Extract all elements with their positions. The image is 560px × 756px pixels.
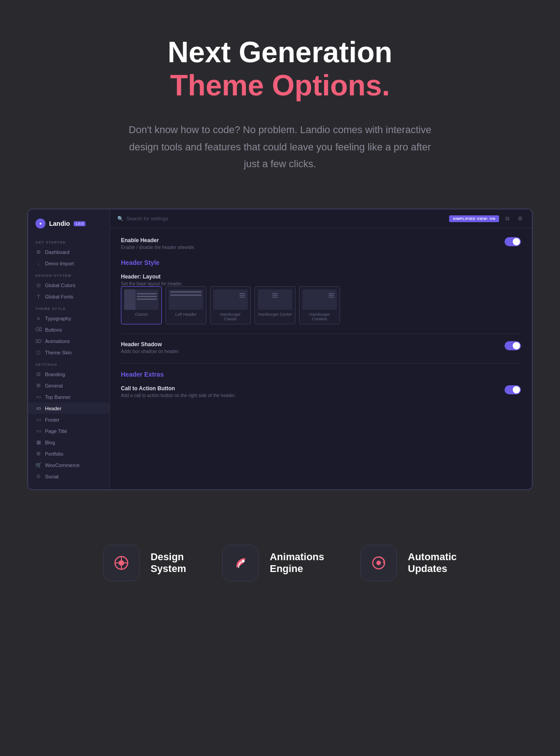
sidebar-item-label: Global Fonts	[45, 294, 73, 299]
feature-title-automatic: Automatic	[408, 551, 457, 563]
header-style-title: Header Style	[121, 259, 521, 266]
animations-icon: 3D	[35, 338, 41, 344]
feature-automatic-updates: Automatic Updates	[360, 545, 457, 581]
feature-design-system: Design System	[103, 545, 186, 581]
cta-button-row: Call to Action Button Add a call to acti…	[121, 385, 521, 398]
sidebar: ✦ Landio 1.0.0 GET STARTED ⊞ Dashboard ↓…	[28, 209, 110, 489]
header-shadow-row: Header Shadow Adds box shadow on header.	[121, 341, 521, 354]
sidebar-item-portfolio[interactable]: ⊞ Portfolio	[28, 448, 110, 459]
svg-point-6	[242, 560, 245, 562]
dashboard-icon: ⊞	[35, 249, 41, 255]
search-bar[interactable]: 🔍 Search for settings	[117, 216, 444, 222]
theme-skin-icon: ◻	[35, 349, 41, 355]
layout-option-hamburger-classic[interactable]: Hamburger Classic	[210, 286, 251, 324]
sidebar-item-label: Dashboard	[45, 249, 70, 255]
section-label-settings: SETTINGS	[28, 358, 110, 368]
logo-text: Landio	[49, 220, 70, 227]
enable-header-toggle[interactable]	[505, 237, 521, 246]
feature-design-system-text: Design System	[150, 551, 186, 575]
sidebar-item-social[interactable]: ⊙ Social	[28, 471, 110, 482]
hero-description: Don't know how to code? No problem. Land…	[121, 121, 439, 172]
sidebar-item-dashboard[interactable]: ⊞ Dashboard	[28, 246, 110, 258]
header-shadow-label: Header Shadow	[121, 341, 180, 348]
hero-title-pink: Theme Options.	[91, 68, 469, 103]
blog-icon: ▦	[35, 439, 41, 445]
cta-button-toggle[interactable]	[505, 385, 521, 394]
layout-option-label: Hamburger Center	[258, 312, 292, 317]
app-frame: ✦ Landio 1.0.0 GET STARTED ⊞ Dashboard ↓…	[27, 209, 533, 490]
divider-2	[121, 363, 521, 363]
settings-icon[interactable]: ⚙	[515, 214, 525, 223]
enable-header-row: Enable Header Enable / disable the heade…	[121, 237, 521, 250]
search-placeholder: Search for settings	[126, 216, 168, 221]
top-bar-right: SIMPLIFIED VIEW: ON ⧉ ⚙	[449, 214, 525, 223]
sidebar-item-global-fonts[interactable]: T Global Fonts	[28, 291, 110, 302]
header-icon: ▭	[35, 405, 41, 411]
header-layout-section: Header: Layout Set the base layout for h…	[121, 274, 521, 286]
global-fonts-icon: T	[35, 293, 41, 299]
enable-header-label: Enable Header	[121, 237, 195, 244]
general-icon: ⊞	[35, 383, 41, 388]
global-colors-icon: ◎	[35, 282, 41, 288]
sidebar-item-label: Footer	[45, 417, 60, 423]
animations-icon-box	[222, 545, 259, 581]
sidebar-item-label: Blog	[45, 440, 55, 445]
design-system-icon-box	[103, 545, 140, 581]
enable-header-desc: Enable / disable the header sitewide.	[121, 245, 195, 250]
sidebar-item-label: Global Colors	[45, 283, 75, 288]
sidebar-item-blog[interactable]: ▦ Blog	[28, 437, 110, 448]
sidebar-item-footer[interactable]: ▭ Footer	[28, 414, 110, 425]
sidebar-item-label: WooCommerce	[45, 463, 80, 468]
layout-option-label: Left Header	[169, 312, 203, 317]
top-banner-icon: ▭	[35, 394, 41, 400]
updates-icon-box	[360, 545, 397, 581]
layout-option-label: Hamburger Creative	[302, 312, 337, 321]
header-shadow-info: Header Shadow Adds box shadow on header.	[121, 341, 180, 354]
header-shadow-toggle[interactable]	[505, 341, 521, 350]
sidebar-item-global-colors[interactable]: ◎ Global Colors	[28, 279, 110, 291]
sidebar-item-label: Demo Import	[45, 261, 74, 266]
layout-option-hamburger-creative[interactable]: Hamburger Creative	[299, 286, 340, 324]
sidebar-item-label: Social	[45, 474, 59, 479]
layout-option-label: Classic	[124, 312, 159, 317]
copy-icon[interactable]: ⧉	[503, 214, 512, 223]
sidebar-item-buttons[interactable]: ⌫ Buttons	[28, 324, 110, 335]
features-section: Design System Animations Engine	[0, 517, 560, 617]
feature-updates-text: Automatic Updates	[408, 551, 457, 575]
layout-option-classic[interactable]: Classic	[121, 286, 162, 324]
feature-title-design: Design	[150, 551, 186, 563]
sidebar-item-label: Buttons	[45, 327, 62, 333]
header-extras-title: Header Extras	[121, 371, 521, 378]
search-icon: 🔍	[117, 216, 124, 222]
woocommerce-icon: 🛒	[35, 462, 41, 468]
layout-option-left-header[interactable]: Left Header	[165, 286, 206, 324]
sidebar-item-branding[interactable]: ⊟ Branding	[28, 368, 110, 380]
layout-preview-hamburger-creative	[302, 289, 337, 310]
content-area: Enable Header Enable / disable the heade…	[110, 228, 532, 489]
divider-1	[121, 333, 521, 334]
simplified-view-badge[interactable]: SIMPLIFIED VIEW: ON	[449, 215, 499, 222]
sidebar-item-label: Portfolio	[45, 451, 63, 457]
sidebar-item-animations[interactable]: 3D Animations	[28, 335, 110, 347]
sidebar-item-woocommerce[interactable]: 🛒 WooCommerce	[28, 459, 110, 471]
cta-button-desc: Add a call to action button on the right…	[121, 393, 236, 398]
sidebar-item-header[interactable]: ▭ Header	[28, 403, 110, 414]
sidebar-item-top-banner[interactable]: ▭ Top Banner	[28, 391, 110, 403]
sidebar-item-typography[interactable]: ≡ Typography	[28, 313, 110, 324]
feature-subtitle-system: System	[150, 563, 186, 575]
sidebar-item-label: Branding	[45, 372, 65, 377]
logo-badge: 1.0.0	[74, 221, 85, 226]
sidebar-item-theme-skin[interactable]: ◻ Theme Skin	[28, 347, 110, 358]
sidebar-item-page-title[interactable]: ▭ Page Title	[28, 425, 110, 437]
sidebar-item-label: General	[45, 383, 63, 388]
section-label-theme-style: THEME STYLE	[28, 302, 110, 313]
sidebar-item-label: Top Banner	[45, 394, 70, 400]
layout-option-hamburger-center[interactable]: Hamburger Center	[255, 286, 295, 324]
sidebar-item-label: Header	[45, 406, 61, 411]
typography-icon: ≡	[35, 315, 41, 321]
sidebar-item-demo-import[interactable]: ↓ Demo Import	[28, 258, 110, 269]
feature-animations-text: Animations Engine	[270, 551, 324, 575]
sidebar-item-general[interactable]: ⊞ General	[28, 380, 110, 391]
design-system-icon	[113, 555, 130, 571]
feature-subtitle-updates: Updates	[408, 563, 457, 575]
